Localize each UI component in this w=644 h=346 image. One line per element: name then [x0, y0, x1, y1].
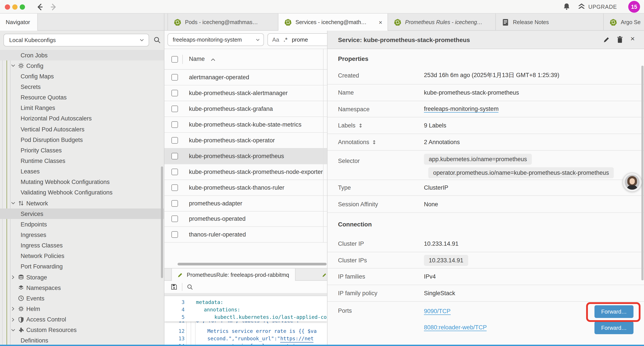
table-row[interactable]: prometheus-adapter: [164, 196, 327, 211]
chevron-right-icon[interactable]: [10, 317, 16, 322]
close-window-icon[interactable]: [5, 4, 10, 10]
table-row[interactable]: alertmanager-operated: [164, 70, 327, 86]
close-tab-icon[interactable]: ×: [377, 19, 382, 26]
sidebar-item-helm[interactable]: Helm: [0, 304, 164, 314]
regex-icon[interactable]: .*: [284, 36, 287, 43]
sidebar-item-validating-webhook-configurations[interactable]: Validating Webhook Configurations: [0, 187, 164, 198]
sidebar-item-horizontal-pod-autoscalers[interactable]: Horizontal Pod Autoscalers: [0, 113, 164, 124]
drawer-scrollbar[interactable]: [641, 66, 643, 280]
sidebar-item-services[interactable]: Services: [0, 209, 164, 219]
sidebar-item-events[interactable]: Events: [0, 293, 164, 304]
notifications-bell-icon[interactable]: [562, 3, 571, 11]
yaml-editor[interactable]: 110","for":"4m","labels":{"service":"12M…: [164, 296, 327, 345]
table-row[interactable]: kube-prometheus-stack-operator: [164, 133, 327, 148]
sidebar-item-access-control[interactable]: Access Control: [0, 314, 164, 325]
forward-icon[interactable]: [50, 3, 58, 11]
tab-services[interactable]: Services - icecheng@math…×: [278, 13, 388, 31]
table-row[interactable]: kube-prometheus-stack-kube-state-metrics: [164, 117, 327, 133]
tab-prometheus[interactable]: Prometheus Rules - icecheng…: [388, 13, 496, 31]
chevron-down-icon[interactable]: [10, 201, 16, 206]
sidebar-item-cron-jobs[interactable]: Cron Jobs: [0, 50, 164, 60]
sidebar-divider[interactable]: [164, 13, 164, 345]
sidebar-item-pod-disruption-budgets[interactable]: Pod Disruption Budgets: [0, 134, 164, 145]
table-row[interactable]: kube-prometheus-stack-grafana: [164, 101, 327, 117]
editor-search-icon[interactable]: [187, 284, 193, 290]
sidebar-item-ingress-classes[interactable]: Ingress Classes: [0, 240, 164, 251]
table-search-input[interactable]: Aa .* prome: [268, 33, 327, 46]
sidebar-item-endpoints[interactable]: Endpoints: [0, 219, 164, 230]
table-row[interactable]: kube-prometheus-stack-prometheus: [164, 148, 327, 164]
row-checkbox[interactable]: [172, 137, 178, 144]
row-checkbox[interactable]: [172, 153, 178, 159]
save-icon[interactable]: [170, 283, 178, 290]
zoom-window-icon[interactable]: [20, 4, 25, 10]
table-horizontal-scrollbar[interactable]: [178, 263, 326, 265]
sidebar-item-secrets[interactable]: Secrets: [0, 82, 164, 92]
sidebar-item-network[interactable]: Network: [0, 198, 164, 209]
runbook-url-link[interactable]: https://net: [280, 335, 314, 343]
tab-release[interactable]: Release Notes: [496, 13, 604, 31]
chevron-down-icon[interactable]: [10, 327, 16, 333]
sidebar-item-network-policies[interactable]: Network Policies: [0, 251, 164, 261]
editor-tab-prometheusrule[interactable]: PrometheusRule: freeleaps-prod-rabbitmq: [172, 269, 296, 281]
forward-button[interactable]: Forward…: [594, 322, 634, 334]
row-checkbox[interactable]: [172, 200, 178, 207]
row-checkbox[interactable]: [172, 106, 178, 112]
delete-trash-icon[interactable]: [616, 36, 624, 43]
tab-argo[interactable]: Argo Se: [604, 13, 644, 31]
sort-updown-icon[interactable]: [372, 140, 377, 145]
sidebar-item-custom-resources[interactable]: Custom Resources: [0, 325, 164, 335]
row-checkbox[interactable]: [172, 169, 178, 175]
sidebar-item-resource-quotas[interactable]: Resource Quotas: [0, 92, 164, 103]
minimize-window-icon[interactable]: [12, 4, 18, 10]
user-avatar[interactable]: [622, 173, 642, 192]
match-case-icon[interactable]: Aa: [272, 36, 279, 43]
port-link[interactable]: 9090/TCP: [424, 308, 451, 315]
row-checkbox[interactable]: [172, 90, 178, 97]
tab-pods[interactable]: Pods - icecheng@mathmas…: [168, 13, 278, 31]
chevron-right-icon[interactable]: [10, 275, 16, 280]
sort-updown-icon[interactable]: [358, 123, 363, 128]
sidebar-item-vertical-pod-autoscalers[interactable]: Vertical Pod Autoscalers: [0, 124, 164, 134]
table-row[interactable]: kube-prometheus-stack-thanos-ruler: [164, 180, 327, 196]
row-checkbox[interactable]: [172, 121, 178, 128]
select-all-checkbox[interactable]: [172, 56, 178, 63]
table-row[interactable]: kube-prometheus-stack-prometheus-node-ex…: [164, 164, 327, 180]
chevron-down-icon[interactable]: [10, 63, 16, 68]
sidebar-item-config-maps[interactable]: Config Maps: [0, 71, 164, 82]
editor-tab-partial[interactable]: [319, 269, 327, 281]
sort-ascending-icon[interactable]: [211, 58, 215, 61]
row-checkbox[interactable]: [172, 184, 178, 191]
sidebar-item-limit-ranges[interactable]: Limit Ranges: [0, 103, 164, 113]
edit-pencil-icon[interactable]: [603, 36, 610, 43]
sidebar-item-runtime-classes[interactable]: Runtime Classes: [0, 156, 164, 166]
row-checkbox[interactable]: [172, 74, 178, 81]
sidebar-item-storage[interactable]: Storage: [0, 272, 164, 283]
namespace-link[interactable]: freeleaps-monitoring-system: [424, 106, 499, 113]
port-link[interactable]: 8080:reloader-web/TCP: [424, 324, 487, 331]
table-row[interactable]: thanos-ruler-operated: [164, 227, 327, 243]
notification-count-badge[interactable]: 15: [628, 1, 640, 13]
sidebar-item-ingresses[interactable]: Ingresses: [0, 230, 164, 240]
sidebar-item-definitions[interactable]: Definitions: [0, 336, 164, 345]
kubeconfig-select[interactable]: Local Kubeconfigs: [4, 34, 149, 46]
sidebar-search-icon[interactable]: [154, 36, 161, 44]
chevron-right-icon[interactable]: [10, 306, 16, 312]
tab-navigator[interactable]: Navigator: [0, 13, 38, 31]
sidebar-item-priority-classes[interactable]: Priority Classes: [0, 145, 164, 156]
upgrade-button[interactable]: UPGRADE: [578, 3, 617, 10]
sidebar-item-leases[interactable]: Leases: [0, 166, 164, 177]
sidebar-item-namespaces[interactable]: Namespaces: [0, 283, 164, 293]
sidebar-item-port-forwarding[interactable]: Port Forwarding: [0, 262, 164, 272]
sidebar-scrollbar[interactable]: [161, 166, 163, 278]
namespace-select[interactable]: freeleaps-monitoring-system: [168, 33, 264, 46]
close-icon[interactable]: ×: [630, 34, 635, 43]
sidebar-item-config[interactable]: Config: [0, 60, 164, 71]
table-row[interactable]: kube-prometheus-stack-alertmanager: [164, 86, 327, 101]
sidebar-item-mutating-webhook-configurations[interactable]: Mutating Webhook Configurations: [0, 177, 164, 187]
table-row[interactable]: prometheus-operated: [164, 211, 327, 227]
row-checkbox[interactable]: [172, 216, 178, 222]
name-column-header[interactable]: Name: [189, 56, 205, 62]
back-icon[interactable]: [36, 3, 44, 11]
row-checkbox[interactable]: [172, 232, 178, 238]
